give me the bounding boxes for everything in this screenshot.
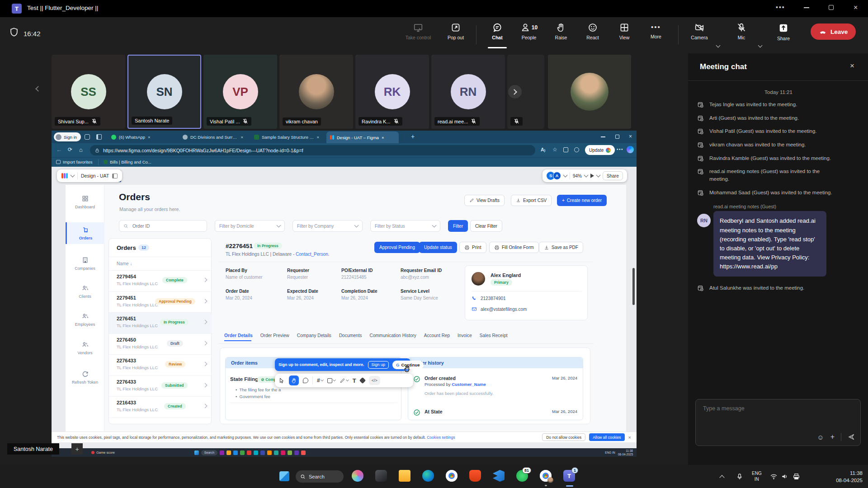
update-button[interactable]: Update	[585, 145, 615, 155]
tab-company-details[interactable]: Company Details	[297, 333, 331, 338]
deny-cookies-button[interactable]: Do not allow cookies	[542, 433, 585, 441]
tab-communication-history[interactable]: Communication History	[369, 333, 416, 338]
taskbar-whatsapp-icon[interactable]: 81	[516, 470, 528, 482]
present-chevron-icon[interactable]	[596, 173, 601, 178]
browser-tab[interactable]: DC Divisions and Surroundings ×	[179, 131, 247, 143]
shape-tool-icon[interactable]	[327, 378, 332, 383]
taskbar-explorer-icon[interactable]	[399, 470, 410, 482]
tray-clock[interactable]: 11:38 08-04-2025	[814, 470, 863, 484]
taskbar-brave-icon[interactable]	[469, 470, 481, 482]
video-tile-active[interactable]: SN Santosh Narate	[127, 55, 201, 129]
create-new-order-button[interactable]: +Create new order	[557, 195, 607, 206]
dev-mode-toggle[interactable]: </>	[369, 376, 380, 385]
tray-wifi-icon[interactable]	[770, 473, 778, 480]
edge-copilot-icon[interactable]	[627, 146, 634, 153]
tiles-scroll-right-button[interactable]	[508, 85, 522, 99]
view-button[interactable]: View	[609, 23, 640, 40]
filter-company-select[interactable]: Filter by Company	[292, 220, 363, 232]
chat-message-input[interactable]	[702, 405, 851, 412]
customer-name-link[interactable]: Customer_Name	[452, 382, 486, 387]
maximize-button[interactable]	[829, 5, 834, 10]
print-button[interactable]: Print	[459, 242, 486, 253]
export-csv-button[interactable]: Export CSV	[511, 195, 552, 206]
video-tile-photo[interactable]	[548, 55, 631, 129]
camera-button[interactable]: Camera	[684, 23, 715, 40]
bookmark-bills[interactable]: Bills | Billing and Co...	[104, 160, 151, 164]
browser-menu-icon[interactable]: •••	[617, 147, 623, 152]
minimize-button[interactable]	[804, 7, 809, 8]
start-button[interactable]	[279, 471, 289, 481]
tab-account-rep[interactable]: Account Rep	[424, 333, 450, 338]
pin-share-button[interactable]: +	[71, 443, 83, 455]
taskbar-edge-icon[interactable]	[422, 470, 434, 482]
tab-sales-receipt[interactable]: Sales Receipt	[480, 333, 508, 338]
update-status-button[interactable]: Update status	[419, 242, 457, 253]
tray-device-icon[interactable]	[793, 473, 800, 480]
filter-button[interactable]: Filter	[448, 220, 468, 232]
sort-desc-icon[interactable]: ↓	[130, 261, 132, 266]
tray-chevron-up-icon[interactable]	[719, 475, 724, 480]
chat-input-box[interactable]: ☺ +	[695, 399, 861, 446]
filter-status-select[interactable]: Filter by Status	[370, 220, 440, 232]
share-button[interactable]: Share	[768, 23, 799, 41]
taskbar-chrome-profile-icon[interactable]	[540, 470, 552, 482]
zoom-chevron-icon[interactable]	[584, 173, 589, 178]
raise-button[interactable]: Raise	[545, 23, 577, 40]
tiles-scroll-left-icon[interactable]	[35, 86, 41, 92]
browser-tab[interactable]: Sample Salary Structure with calc ×	[250, 131, 323, 143]
titlebar-more-icon[interactable]: •••	[776, 4, 785, 11]
tray-language[interactable]: ENGIN	[752, 470, 762, 482]
order-row[interactable]: 2276450TL Flex Holdings LLCDraft	[109, 334, 212, 355]
more-button[interactable]: ••• More	[640, 23, 672, 39]
react-button[interactable]: React	[577, 23, 609, 40]
figma-logo-icon[interactable]	[61, 173, 68, 178]
canvas-scrollbar[interactable]	[632, 268, 635, 305]
security-shield-icon[interactable]	[9, 27, 19, 37]
tab-order-preview[interactable]: Order Preview	[260, 333, 289, 338]
video-tile[interactable]: RK Ravindra K...	[355, 55, 429, 129]
save-as-pdf-button[interactable]: Save as PDF	[539, 242, 583, 253]
sidebar-item-refresh-token[interactable]: Refresh Token	[66, 370, 104, 385]
taskbar-app-icon[interactable]	[375, 470, 387, 482]
components-tool-icon[interactable]	[359, 377, 366, 384]
collaborator-avatars[interactable]: S A	[547, 172, 561, 180]
taskbar-chrome-icon[interactable]	[446, 470, 458, 482]
tab-close-icon[interactable]: ×	[382, 135, 384, 140]
favorite-star-icon[interactable]: ☆	[552, 146, 557, 153]
clear-filter-button[interactable]: Clear Filter	[470, 220, 502, 232]
view-drafts-button[interactable]: View Drafts	[464, 195, 505, 206]
text-tool-icon[interactable]: T	[353, 377, 356, 384]
tab-order-details[interactable]: Order Details	[224, 333, 253, 338]
chat-bubble[interactable]: Redberyl and Santosh added read.ai meeti…	[713, 211, 826, 277]
layout-grid-icon[interactable]	[112, 174, 118, 178]
refresh-icon[interactable]: ⟳	[68, 146, 72, 153]
fill-online-form-button[interactable]: Fill Online Form	[489, 242, 539, 253]
contact-person-link[interactable]: Contact_Person.	[296, 252, 330, 257]
browser-minimize-icon[interactable]	[601, 136, 605, 137]
comment-tool-icon[interactable]	[303, 378, 308, 383]
hand-tool-active[interactable]	[289, 375, 299, 385]
browser-close-icon[interactable]: ×	[629, 133, 632, 140]
new-tab-icon[interactable]: +	[411, 133, 415, 140]
browser-restore-icon[interactable]	[615, 135, 619, 139]
avatars-chevron-icon[interactable]	[563, 173, 568, 178]
browser-tab-active[interactable]: Design - UAT – Figma ×	[326, 131, 399, 143]
split-screen-icon[interactable]	[563, 147, 568, 152]
move-tool-icon[interactable]	[278, 377, 285, 384]
allow-cookies-button[interactable]: Allow all cookies	[589, 433, 624, 441]
tray-volume-icon[interactable]	[781, 473, 788, 480]
taskbar-teams-icon[interactable]: T1	[563, 470, 575, 482]
frame-tool-icon[interactable]: #	[317, 377, 320, 384]
sidebar-item-companies[interactable]: Companies	[66, 256, 104, 271]
mic-dropdown-icon[interactable]	[758, 43, 763, 48]
sign-up-button[interactable]: Sign up	[368, 361, 389, 369]
video-tile[interactable]: vikram chavan	[279, 55, 353, 129]
tab-actions-icon[interactable]	[85, 134, 90, 140]
order-row[interactable]: 2279454TL Flex Holdings LLCComplete	[109, 271, 212, 292]
chat-close-icon[interactable]: ×	[850, 61, 854, 70]
pen-tool-icon[interactable]	[340, 378, 345, 384]
sidebar-item-clients[interactable]: Clients	[66, 284, 104, 299]
mic-button[interactable]: Mic	[726, 23, 757, 40]
filter-domicile-select[interactable]: Filter by Domicile	[215, 220, 285, 232]
people-button[interactable]: 10 People	[513, 23, 545, 40]
